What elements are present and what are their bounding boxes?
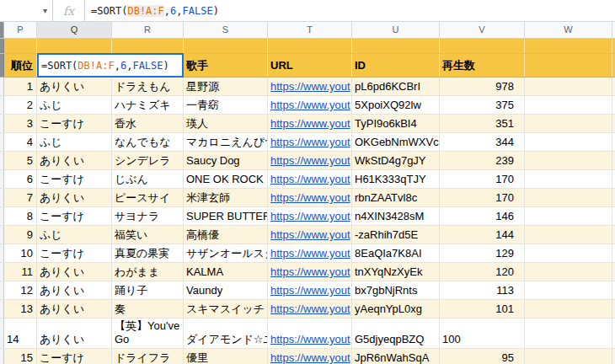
cell-plays[interactable]: 113 [440, 281, 525, 299]
cell-player[interactable]: ふじ [37, 96, 112, 114]
cell-url-link[interactable]: https://www.yout [268, 349, 352, 364]
cell-player[interactable]: ふじ [37, 226, 112, 244]
cell-video-id[interactable]: OKGebNmWXVc [352, 133, 440, 151]
cell-url-link[interactable]: https://www.yout [268, 263, 352, 281]
cell-song[interactable]: わがまま [112, 263, 184, 281]
cell-url-link[interactable]: https://www.yout [268, 281, 352, 299]
cell-rank[interactable]: 13 [4, 300, 37, 318]
cell[interactable] [184, 39, 268, 53]
cell[interactable] [525, 170, 612, 188]
cell-player[interactable]: ありくい [37, 152, 112, 169]
cell-rank[interactable]: 15 [4, 349, 37, 364]
cell-artist[interactable]: Saucy Dog [184, 152, 268, 169]
cell-rank[interactable]: 5 [4, 152, 37, 169]
cell-player[interactable]: ふじ [37, 133, 112, 151]
cell-song[interactable]: ハナミズキ [112, 96, 184, 114]
cell-artist[interactable]: 高橋優 [184, 226, 268, 244]
cell-player[interactable]: こーすけ [37, 115, 112, 132]
header-cell-plays[interactable]: 再生数 [440, 54, 525, 77]
cell[interactable] [525, 349, 612, 364]
cell-rank[interactable]: 1 [4, 78, 37, 95]
cell-song[interactable]: ドライフラワー [112, 349, 184, 364]
cell-song[interactable]: 香水 [112, 115, 184, 132]
name-box[interactable]: ▾ [0, 0, 52, 21]
cell-rank[interactable]: 10 [4, 244, 37, 262]
cell-rank[interactable]: 4 [4, 133, 37, 151]
cell-song[interactable]: ピースサイン [112, 189, 184, 206]
cell-song[interactable]: 踊り子 [112, 281, 184, 299]
cell-player[interactable]: ありくい [37, 189, 112, 206]
cell-player[interactable]: こーすけ [37, 244, 112, 262]
cell[interactable] [525, 226, 612, 244]
cell-plays[interactable]: 146 [440, 207, 525, 225]
cell-url-link[interactable]: https://www.yout [268, 152, 352, 169]
cell-url-link[interactable]: https://www.yout [268, 189, 352, 206]
cell-video-id[interactable]: bx7gbNjRnts [352, 281, 440, 299]
cell-player[interactable]: ありくい [37, 78, 112, 95]
cell-url-link[interactable]: https://www.yout [268, 300, 352, 318]
cell[interactable] [525, 281, 612, 299]
cell-artist[interactable]: マカロニえんぴつ [184, 133, 268, 151]
cell[interactable] [525, 115, 612, 132]
cell-plays[interactable]: 351 [440, 115, 525, 132]
cell[interactable] [525, 263, 612, 281]
cell-artist[interactable]: ONE OK ROCK [184, 170, 268, 188]
cell-player[interactable]: ありくい [37, 300, 112, 318]
cell-video-id[interactable]: n4XIN3428sM [352, 207, 440, 225]
cell-rank[interactable]: 12 [4, 281, 37, 299]
header-cell-singer[interactable]: 歌手 [184, 54, 268, 77]
cell-song[interactable]: 真夏の果実 [112, 244, 184, 262]
cell-video-id[interactable]: pL6pd6KCBrI [352, 78, 440, 95]
cell[interactable] [352, 39, 440, 53]
cell-url-link[interactable]: https://www.yout [268, 115, 352, 132]
cell-url-link[interactable]: https://www.yout [268, 244, 352, 262]
cell[interactable] [268, 39, 352, 53]
cell[interactable] [525, 54, 612, 77]
cell-url-link[interactable]: https://www.yout [268, 133, 352, 151]
cell[interactable] [525, 318, 612, 348]
cell-plays[interactable]: 170 [440, 189, 525, 206]
cell-song[interactable]: サヨナラCOLOR [112, 207, 184, 225]
cell-artist[interactable]: 星野源 [184, 78, 268, 95]
column-header-R[interactable]: R [112, 22, 184, 38]
header-cell-url[interactable]: URL [268, 54, 352, 77]
cell[interactable] [525, 39, 612, 53]
cell-rank[interactable]: 2 [4, 96, 37, 114]
cell-video-id[interactable]: tnXYqNzXyEk [352, 263, 440, 281]
cell-plays[interactable]: 144 [440, 226, 525, 244]
cell-artist[interactable]: ダイアモンド☆ユカイ [184, 318, 268, 348]
cell-plays[interactable]: 344 [440, 133, 525, 151]
cell-player[interactable]: こーすけ [37, 207, 112, 225]
cell-artist[interactable]: 一青窈 [184, 96, 268, 114]
column-header-V[interactable]: V [440, 22, 525, 38]
cell-song[interactable]: 福笑い [112, 226, 184, 244]
cell[interactable] [525, 133, 612, 151]
cell-url-link[interactable]: https://www.yout [268, 226, 352, 244]
cell-player[interactable]: ありくい [37, 263, 112, 281]
cell-video-id[interactable]: yAeqnYpL0xg [352, 300, 440, 318]
cell[interactable] [525, 207, 612, 225]
cell-artist[interactable]: スキマスイッチ [184, 300, 268, 318]
column-header-P[interactable]: P [4, 22, 37, 38]
formula-input[interactable]: =SORT(DB!A:F,6,FALSE) [85, 5, 219, 17]
cell-video-id[interactable]: JpR6nWahSqA [352, 349, 440, 364]
cell-artist[interactable]: SUPER BUTTER DOG [184, 207, 268, 225]
cell[interactable] [440, 39, 525, 53]
cell-player[interactable]: こーすけ [37, 170, 112, 188]
column-header-Q[interactable]: Q [37, 22, 112, 38]
cell[interactable] [525, 78, 612, 95]
cell-plays[interactable]: 375 [440, 96, 525, 114]
active-cell-editor[interactable]: =SORT(DB!A:F,6,FALSE) [37, 53, 184, 78]
cell[interactable] [525, 96, 612, 114]
cell-url-link[interactable]: https://www.yout [268, 96, 352, 114]
column-header-U[interactable]: U [352, 22, 440, 38]
cell-video-id[interactable]: TyPI9o6kBI4 [352, 115, 440, 132]
cell-song[interactable]: 奏 [112, 300, 184, 318]
column-header-W[interactable]: W [525, 22, 612, 38]
cell-artist[interactable]: Vaundy [184, 281, 268, 299]
cell-song[interactable]: じぶん ROCK [112, 170, 184, 188]
cell-video-id[interactable]: 8EaQIa7K8AI [352, 244, 440, 262]
cell-rank[interactable]: 3 [4, 115, 37, 132]
cell-url-link[interactable]: https://www.yout [268, 318, 352, 348]
cell-plays[interactable]: 170 [440, 170, 525, 188]
